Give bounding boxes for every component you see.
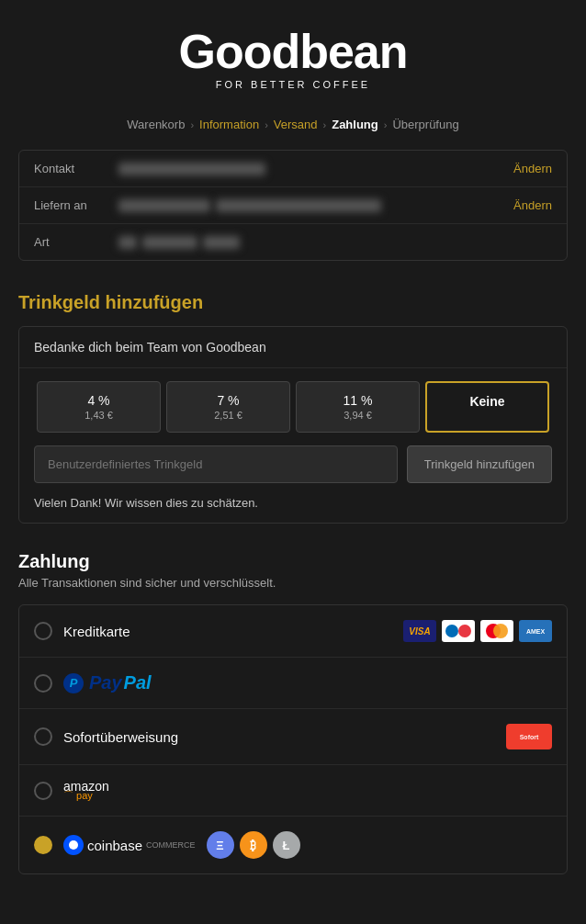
tip-option-7[interactable]: 7 % 2,51 € [166,381,290,433]
blur-art-1 [118,236,137,249]
coinbase-text: coinbase [87,838,142,853]
sofort-label: Sofortüberweisung [63,729,495,745]
info-action-liefern[interactable]: Ändern [513,198,552,212]
info-label-art: Art [34,235,107,249]
info-action-kontakt[interactable]: Ändern [513,162,552,175]
info-value-art [118,236,552,249]
breadcrumb-warenkorb[interactable]: Warenkorb [127,118,185,131]
blur-art-3 [203,236,240,249]
payment-methods-card: Kreditkarte VISA AMEX P Pay Pal Sofortüb… [18,604,568,874]
payment-method-paypal[interactable]: P Pay Pal [19,658,567,709]
logo: Goodbean [18,28,568,75]
tip-custom-row: Trinkgeld hinzufügen [19,445,567,496]
breadcrumb-sep-1: › [190,119,194,130]
info-card: Kontakt Ändern Liefern an Ändern Art [18,150,568,261]
info-row-art: Art [19,224,567,260]
breadcrumb-versand[interactable]: Versand [274,118,318,131]
breadcrumb-sep-2: › [265,119,268,130]
tip-option-4[interactable]: 4 % 1,43 € [37,381,161,433]
kreditkarte-label: Kreditkarte [63,624,392,639]
tip-card: Bedanke dich beim Team von Goodbean 4 % … [18,326,568,524]
sofort-icons: Sofort [506,724,552,749]
info-value-liefern [118,199,502,212]
info-label-kontakt: Kontakt [34,162,107,175]
breadcrumb-information[interactable]: Information [199,118,259,131]
tip-section-title: Trinkgeld hinzufügen [0,283,586,326]
amazon-arrow: ⌒ pay [63,791,109,801]
paypal-text-pal: Pal [124,672,152,693]
paypal-text-pay: Pay [89,672,122,693]
breadcrumb-zahlung: Zahlung [332,118,378,131]
breadcrumb-sep-3: › [323,119,327,130]
payment-method-kreditkarte[interactable]: Kreditkarte VISA AMEX [19,605,567,658]
visa-icon: VISA [403,620,436,642]
eth-icon: Ξ [207,831,234,859]
payment-method-sofort[interactable]: Sofortüberweisung Sofort [19,709,567,765]
radio-amazon[interactable] [34,782,52,800]
tip-option-keine[interactable]: Keine [425,381,549,433]
ltc-icon: Ł [273,831,300,859]
info-value-kontakt [118,163,502,175]
paypal-icon: P [63,673,84,693]
info-row-kontakt: Kontakt Ändern [19,151,567,187]
coinbase-commerce-text: COMMERCE [146,840,196,850]
tip-option-11[interactable]: 11 % 3,94 € [296,381,420,433]
blur-art-2 [142,236,197,249]
breadcrumb-uberpufung: Überprüfung [392,118,458,131]
coinbase-icon [63,835,84,855]
info-label-liefern: Liefern an [34,198,107,212]
tip-header-text: Bedanke dich beim Team von Goodbean [19,327,567,368]
amex-icon: AMEX [519,620,552,642]
btc-icon: ₿ [240,831,267,859]
header: Goodbean FOR BETTER COFFEE [0,0,586,108]
payment-title: Zahlung [0,551,586,576]
radio-paypal[interactable] [34,674,52,693]
radio-sofort[interactable] [34,727,52,746]
tip-options: 4 % 1,43 € 7 % 2,51 € 11 % 3,94 € Keine [19,368,567,445]
tip-custom-input[interactable] [34,445,398,483]
payment-method-amazon[interactable]: amazon ⌒ pay [19,765,567,817]
breadcrumb: Warenkorb › Information › Versand › Zahl… [0,108,586,150]
radio-kreditkarte[interactable] [34,622,52,640]
coinbase-inner [69,840,78,850]
radio-coinbase[interactable] [34,836,52,854]
paypal-logo: P Pay Pal [63,672,152,693]
sofort-icon: Sofort [506,724,552,749]
coinbase-logo: coinbase COMMERCE [63,835,196,855]
coinbase-crypto-icons: Ξ ₿ Ł [207,831,300,859]
payment-method-coinbase[interactable]: coinbase COMMERCE Ξ ₿ Ł [19,817,567,873]
blur-address-1 [118,199,210,212]
svg-point-1 [493,624,508,638]
kreditkarte-icons: VISA AMEX [403,620,552,642]
payment-subtitle: Alle Transaktionen sind sicher und versc… [0,576,586,604]
mastercard-icon [480,620,513,642]
tip-thank-you: Vielen Dank! Wir wissen dies zu schätzen… [19,496,567,523]
amazon-pay-logo: amazon ⌒ pay [63,780,109,801]
blur-address-2 [216,199,381,212]
info-row-liefern: Liefern an Ändern [19,187,567,224]
breadcrumb-sep-4: › [384,119,388,130]
tip-add-button[interactable]: Trinkgeld hinzufügen [407,445,552,483]
logo-tagline: FOR BETTER COFFEE [18,79,568,90]
maestro-icon [442,620,475,642]
blur-email [118,163,265,175]
